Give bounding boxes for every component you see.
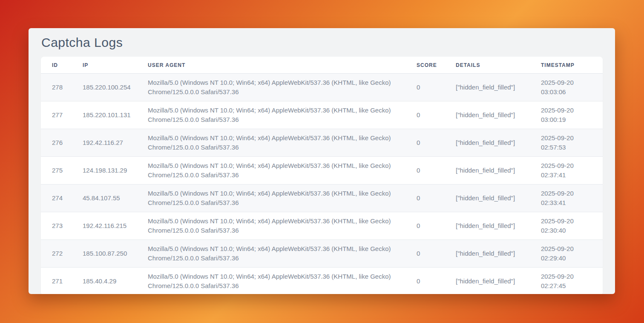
table-header-row: ID IP USER AGENT SCORE DETAILS TIMESTAMP [41,57,603,74]
cell-user-agent: Mozilla/5.0 (Windows NT 10.0; Win64; x64… [137,157,405,185]
table-row: 276 192.42.116.27 Mozilla/5.0 (Windows N… [41,129,603,157]
cell-details: ["hidden_field_filled"] [445,74,530,101]
cell-user-agent: Mozilla/5.0 (Windows NT 10.0; Win64; x64… [137,240,405,268]
cell-ip: 192.42.116.215 [72,212,137,240]
cell-ip: 185.220.101.131 [72,101,137,129]
cell-score: 0 [405,240,445,268]
cell-timestamp: 2025-09-20 03:03:06 [530,74,603,101]
cell-timestamp: 2025-09-20 02:37:41 [530,157,603,185]
table-header: ID IP USER AGENT SCORE DETAILS TIMESTAMP [41,57,603,74]
cell-details: ["hidden_field_filled"] [445,212,530,240]
column-header-score: SCORE [405,57,445,74]
cell-score: 0 [405,129,445,157]
cell-timestamp: 2025-09-20 03:00:19 [530,101,603,129]
cell-details: ["hidden_field_filled"] [445,157,530,185]
cell-ip: 45.84.107.55 [72,185,137,212]
cell-id: 276 [41,129,72,157]
cell-ip: 124.198.131.29 [72,157,137,185]
cell-details: ["hidden_field_filled"] [445,240,530,268]
cell-user-agent: Mozilla/5.0 (Windows NT 10.0; Win64; x64… [137,185,405,212]
cell-timestamp: 2025-09-20 02:29:40 [530,240,603,268]
captcha-logs-table: ID IP USER AGENT SCORE DETAILS TIMESTAMP… [41,57,603,294]
cell-id: 272 [41,240,72,268]
table-row: 274 45.84.107.55 Mozilla/5.0 (Windows NT… [41,185,603,212]
cell-score: 0 [405,157,445,185]
cell-timestamp: 2025-09-20 02:27:45 [530,268,603,294]
cell-score: 0 [405,101,445,129]
cell-user-agent: Mozilla/5.0 (Windows NT 10.0; Win64; x64… [137,129,405,157]
cell-details: ["hidden_field_filled"] [445,101,530,129]
table-row: 278 185.220.100.254 Mozilla/5.0 (Windows… [41,74,603,101]
cell-user-agent: Mozilla/5.0 (Windows NT 10.0; Win64; x64… [137,212,405,240]
cell-user-agent: Mozilla/5.0 (Windows NT 10.0; Win64; x64… [137,268,405,294]
cell-id: 278 [41,74,72,101]
page-background: Captcha Logs ID IP USER AGENT SCORE DETA… [0,0,644,323]
table-row: 271 185.40.4.29 Mozilla/5.0 (Windows NT … [41,268,603,294]
cell-score: 0 [405,212,445,240]
table-row: 275 124.198.131.29 Mozilla/5.0 (Windows … [41,157,603,185]
column-header-timestamp: TIMESTAMP [530,57,603,74]
cell-score: 0 [405,185,445,212]
table-row: 272 185.100.87.250 Mozilla/5.0 (Windows … [41,240,603,268]
cell-user-agent: Mozilla/5.0 (Windows NT 10.0; Win64; x64… [137,101,405,129]
captcha-logs-card: Captcha Logs ID IP USER AGENT SCORE DETA… [29,28,615,294]
cell-ip: 185.100.87.250 [72,240,137,268]
table-row: 277 185.220.101.131 Mozilla/5.0 (Windows… [41,101,603,129]
table-row: 273 192.42.116.215 Mozilla/5.0 (Windows … [41,212,603,240]
cell-ip: 185.40.4.29 [72,268,137,294]
cell-timestamp: 2025-09-20 02:30:40 [530,212,603,240]
column-header-user-agent: USER AGENT [137,57,405,74]
cell-timestamp: 2025-09-20 02:57:53 [530,129,603,157]
column-header-ip: IP [72,57,137,74]
log-table-container: ID IP USER AGENT SCORE DETAILS TIMESTAMP… [41,57,603,294]
cell-ip: 192.42.116.27 [72,129,137,157]
cell-ip: 185.220.100.254 [72,74,137,101]
cell-id: 277 [41,101,72,129]
page-title: Captcha Logs [41,36,615,49]
cell-id: 271 [41,268,72,294]
cell-details: ["hidden_field_filled"] [445,129,530,157]
column-header-details: DETAILS [445,57,530,74]
cell-details: ["hidden_field_filled"] [445,185,530,212]
cell-timestamp: 2025-09-20 02:33:41 [530,185,603,212]
cell-id: 275 [41,157,72,185]
table-body: 278 185.220.100.254 Mozilla/5.0 (Windows… [41,74,603,294]
cell-details: ["hidden_field_filled"] [445,268,530,294]
column-header-id: ID [41,57,72,74]
cell-id: 274 [41,185,72,212]
cell-score: 0 [405,74,445,101]
cell-id: 273 [41,212,72,240]
cell-score: 0 [405,268,445,294]
cell-user-agent: Mozilla/5.0 (Windows NT 10.0; Win64; x64… [137,74,405,101]
